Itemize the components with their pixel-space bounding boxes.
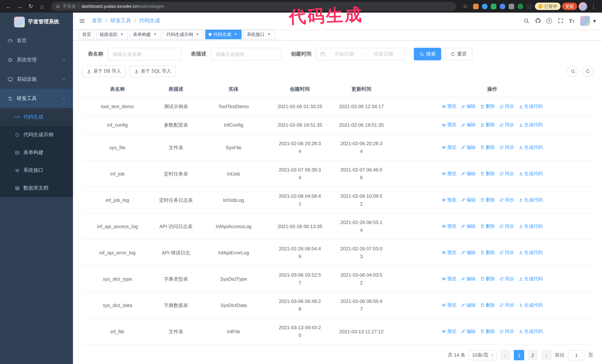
generate-link[interactable]: 生成代码 — [519, 222, 543, 230]
sync-link[interactable]: 同步 — [499, 249, 514, 256]
sidebar-item-api-doc[interactable]: 系统接口 — [0, 161, 73, 179]
extension-icon[interactable] — [473, 3, 478, 9]
delete-link[interactable]: 删除 — [480, 301, 495, 309]
edit-link[interactable]: 编辑 — [461, 103, 476, 110]
sync-link[interactable]: 同步 — [499, 275, 514, 283]
preview-link[interactable]: 预览 — [441, 222, 456, 230]
update-button[interactable]: 更新 — [562, 3, 577, 10]
reset-button[interactable]: 重置 — [445, 48, 472, 60]
refresh-table-button[interactable] — [582, 66, 593, 77]
close-tab-icon[interactable]: × — [233, 32, 238, 37]
tab-codegen-demo[interactable]: 代码生成示例× — [163, 30, 203, 40]
page-size-select[interactable]: 10条/页▾ — [469, 350, 497, 360]
generate-link[interactable]: 生成代码 — [519, 144, 543, 151]
page-button-1[interactable]: 1 — [514, 350, 524, 360]
extension-icon[interactable] — [491, 3, 496, 9]
help-icon[interactable]: ? — [546, 18, 552, 24]
preview-link[interactable]: 预览 — [441, 275, 456, 283]
delete-link[interactable]: 删除 — [480, 121, 495, 129]
font-size-icon[interactable]: TT — [569, 18, 575, 24]
delete-link[interactable]: 删除 — [480, 275, 495, 283]
sync-link[interactable]: 同步 — [499, 222, 514, 230]
close-tab-icon[interactable]: × — [119, 32, 124, 37]
edit-link[interactable]: 编辑 — [461, 275, 476, 283]
sidebar-item-home[interactable]: 首页 — [0, 31, 73, 50]
close-tab-icon[interactable]: × — [195, 32, 200, 37]
sidebar-item-db-doc[interactable]: 数据库文档 — [0, 179, 73, 197]
chrome-menu-icon[interactable]: ⋮ — [589, 1, 598, 11]
edit-link[interactable]: 编辑 — [461, 121, 476, 129]
fullscreen-icon[interactable] — [557, 18, 563, 24]
tab-codegen[interactable]: 代码生成× — [205, 30, 242, 40]
tab-home[interactable]: 首页 — [79, 30, 95, 40]
caret-down-icon[interactable]: ▾ — [593, 17, 596, 24]
preview-link[interactable]: 预览 — [441, 301, 456, 309]
sync-link[interactable]: 同步 — [499, 144, 514, 151]
tab-tracer[interactable]: 链路追踪× — [96, 30, 128, 40]
toggle-search-button[interactable] — [567, 66, 578, 77]
generate-link[interactable]: 生成代码 — [519, 170, 543, 177]
search-button[interactable]: 搜索 — [414, 48, 441, 60]
reload-icon[interactable]: ↻ — [26, 1, 36, 11]
edit-link[interactable]: 编辑 — [461, 144, 476, 151]
sync-link[interactable]: 同步 — [499, 301, 514, 309]
delete-link[interactable]: 删除 — [480, 144, 495, 151]
next-page-button[interactable]: › — [541, 350, 552, 360]
sidebar-item-codegen-demo[interactable]: 代码生成示例 — [0, 126, 73, 144]
close-tab-icon[interactable]: × — [153, 32, 158, 37]
sidebar-item-codegen[interactable]: </>代码生成 — [0, 108, 73, 126]
chrome-profile-avatar[interactable] — [579, 2, 587, 10]
back-icon[interactable]: ← — [4, 1, 13, 11]
delete-link[interactable]: 删除 — [480, 103, 495, 110]
tab-api-doc[interactable]: 系统接口× — [243, 30, 275, 40]
user-avatar[interactable] — [580, 16, 590, 26]
paused-badge[interactable]: 已暂停 — [535, 3, 560, 10]
home-icon[interactable]: ⌂ — [37, 1, 47, 11]
sync-link[interactable]: 同步 — [499, 121, 514, 129]
sidebar-item-form-builder[interactable]: 表单构建 — [0, 144, 73, 161]
github-icon[interactable] — [535, 18, 541, 24]
preview-link[interactable]: 预览 — [441, 103, 456, 110]
preview-link[interactable]: 预览 — [441, 249, 456, 256]
preview-link[interactable]: 预览 — [441, 328, 456, 335]
delete-link[interactable]: 删除 — [480, 328, 495, 335]
hamburger-icon[interactable] — [79, 18, 85, 24]
date-range-picker[interactable]: 开始日期 - 结束日期 — [316, 48, 405, 60]
table-name-input[interactable] — [108, 48, 182, 60]
sidebar-item-system[interactable]: ⚙系统管理 — [0, 50, 73, 70]
generate-link[interactable]: 生成代码 — [519, 196, 543, 204]
address-bar[interactable]: 不安全 dashboard.yudao.iocoder.cn/tool/code… — [51, 2, 456, 11]
edit-link[interactable]: 编辑 — [461, 196, 476, 204]
extension-icon[interactable] — [500, 3, 505, 9]
preview-link[interactable]: 预览 — [441, 170, 456, 177]
forward-icon[interactable]: → — [15, 1, 24, 11]
tab-form-builder[interactable]: 表单构建× — [130, 30, 161, 40]
search-icon[interactable] — [523, 18, 529, 24]
generate-link[interactable]: 生成代码 — [519, 103, 543, 110]
preview-link[interactable]: 预览 — [441, 144, 456, 151]
generate-link[interactable]: 生成代码 — [519, 328, 543, 335]
close-tab-icon[interactable]: × — [266, 32, 271, 37]
edit-link[interactable]: 编辑 — [461, 249, 476, 256]
preview-link[interactable]: 预览 — [441, 121, 456, 129]
sync-link[interactable]: 同步 — [499, 328, 514, 335]
generate-link[interactable]: 生成代码 — [519, 121, 543, 129]
sync-link[interactable]: 同步 — [499, 170, 514, 177]
sync-link[interactable]: 同步 — [499, 196, 514, 204]
extension-icon[interactable] — [526, 3, 532, 9]
generate-link[interactable]: 生成代码 — [519, 249, 543, 256]
sync-link[interactable]: 同步 — [499, 103, 514, 110]
preview-link[interactable]: 预览 — [441, 196, 456, 204]
prev-page-button[interactable]: ‹ — [500, 350, 510, 360]
generate-link[interactable]: 生成代码 — [519, 275, 543, 283]
breadcrumb-item-0[interactable]: 首页 — [92, 18, 102, 24]
delete-link[interactable]: 删除 — [480, 222, 495, 230]
import-db-button[interactable]: 基于 DB 导入 — [82, 65, 126, 77]
delete-link[interactable]: 删除 — [480, 170, 495, 177]
edit-link[interactable]: 编辑 — [461, 328, 476, 335]
delete-link[interactable]: 删除 — [480, 196, 495, 204]
goto-page-input[interactable] — [568, 350, 585, 360]
breadcrumb-item-1[interactable]: 研发工具 — [110, 18, 131, 24]
bookmark-star-icon[interactable]: ☆ — [460, 1, 470, 11]
delete-link[interactable]: 删除 — [480, 249, 495, 256]
